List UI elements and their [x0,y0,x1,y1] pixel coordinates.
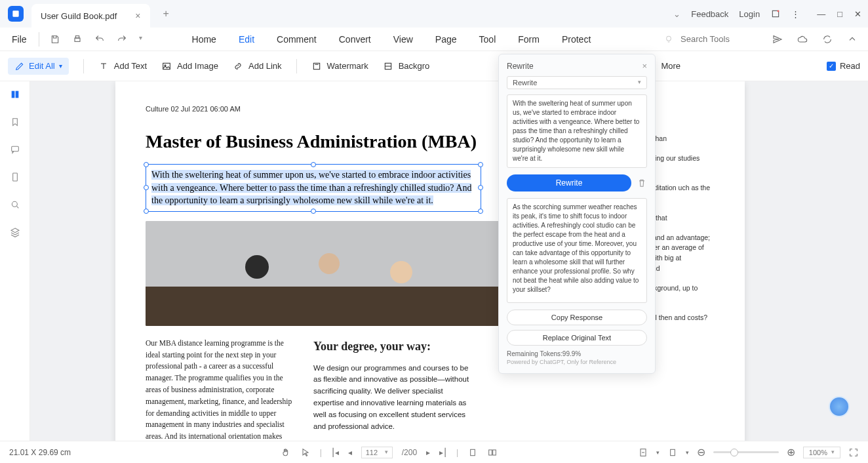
search-tools-input[interactable] [681,34,772,44]
svg-point-2 [778,10,779,12]
rewrite-button[interactable]: Rewrite [507,174,631,191]
meeting-illustration [146,221,505,326]
fit-width-icon[interactable] [638,447,648,458]
tab-title: User Guild Book.pdf [41,11,117,21]
column-right: Your degree, your way: We design our pro… [313,338,475,454]
ai-input-textarea[interactable]: With the sweltering heat of summer upon … [507,94,647,168]
svg-point-20 [390,261,412,283]
tab-page[interactable]: Page [435,34,457,45]
select-tool-icon[interactable] [300,447,311,458]
ai-mode-label: Rewrite [513,79,537,87]
chevron-down-icon[interactable]: ⌄ [673,9,681,19]
next-page-icon[interactable]: ▸ [426,448,430,457]
close-tab-icon[interactable]: × [135,10,140,21]
redo-icon[interactable] [117,34,127,45]
dropdown-icon[interactable]: ▾ [139,34,142,45]
selected-text-box[interactable]: With the sweltering heat of summer upon … [146,164,481,212]
tab-edit[interactable]: Edit [239,34,254,45]
edit-all-label: Edit All [29,61,55,71]
ai-float-button[interactable] [829,396,850,417]
tab-convert[interactable]: Convert [339,34,371,45]
tab-tool[interactable]: Tool [479,34,496,45]
undo-icon[interactable] [94,34,105,45]
add-tab-button[interactable]: + [163,8,169,20]
comment-icon[interactable] [10,144,20,155]
tab-home[interactable]: Home [192,34,216,45]
two-page-icon[interactable] [487,447,498,458]
zoom-slider[interactable] [713,451,779,453]
menu-tabs: Home Edit Comment Convert View Page Tool… [192,34,591,45]
add-link-button[interactable]: Add Link [233,61,282,71]
feedback-link[interactable]: Feedback [691,9,728,19]
ai-output-textarea[interactable]: As the scorching summer weather reaches … [507,198,647,303]
section-heading: Your degree, your way: [313,338,475,356]
svg-point-17 [258,310,269,315]
trash-icon[interactable] [637,178,647,188]
svg-point-14 [12,201,17,207]
svg-rect-8 [313,63,319,69]
tab-view[interactable]: View [393,34,413,45]
checkbox-icon: ✓ [827,62,836,71]
login-link[interactable]: Login [739,9,760,19]
svg-rect-13 [12,173,17,181]
zoom-level-select[interactable]: 100%▾ [803,447,840,458]
attachment-icon[interactable] [10,172,20,182]
copy-response-button[interactable]: Copy Response [507,310,647,325]
tab-comment[interactable]: Comment [277,34,317,45]
link-icon [233,61,243,71]
edit-all-button[interactable]: Edit All ▾ [8,58,69,75]
first-page-icon[interactable]: ⎮◂ [331,448,339,457]
fullscreen-icon[interactable] [848,447,859,458]
file-menu[interactable]: File [0,32,39,47]
search-icon[interactable] [10,199,20,210]
cloud-icon[interactable] [797,34,808,45]
svg-rect-22 [471,449,475,455]
separator [296,59,297,73]
print-icon[interactable] [72,34,83,45]
ai-mode-select[interactable]: Rewrite ▾ [507,76,647,89]
save-icon[interactable] [50,34,60,45]
background-button[interactable]: Backgro [383,61,430,71]
single-page-icon[interactable] [467,447,478,458]
watermark-button[interactable]: Watermark [311,61,368,71]
page-total: /200 [402,448,417,457]
minimize-icon[interactable]: ― [817,9,825,19]
thumbnails-icon[interactable] [10,89,20,100]
sync-icon[interactable] [822,34,833,45]
collapse-icon[interactable] [847,34,858,45]
maximize-icon[interactable]: □ [837,9,842,19]
selected-text[interactable]: With the sweltering heat of summer upon … [151,170,471,205]
close-panel-icon[interactable]: × [642,61,647,71]
svg-rect-0 [12,10,18,16]
close-window-icon[interactable]: ✕ [854,9,861,19]
lightbulb-icon[interactable] [663,34,674,45]
more-menu-icon[interactable]: ⋮ [791,9,800,19]
hand-tool-icon[interactable] [281,447,291,458]
prev-page-icon[interactable]: ◂ [348,448,352,457]
main-area: ▸ ? Culture 02 Jul 2021 06:00 AM Master … [0,81,868,463]
fit-page-icon[interactable] [667,447,678,458]
pencil-icon [14,61,25,71]
svg-rect-15 [146,221,505,326]
add-text-button[interactable]: Add Text [98,61,147,71]
tab-protect[interactable]: Protect [562,34,591,45]
zoom-out-icon[interactable]: ⊖ [697,446,705,458]
document-tab[interactable]: User Guild Book.pdf × [31,4,150,28]
svg-rect-4 [75,35,79,37]
read-mode-toggle[interactable]: ✓ Read [827,61,860,71]
column-left: Our MBA distance learning programme is t… [146,338,295,454]
send-icon[interactable] [772,34,783,45]
column-right-text: We design our programmes and courses to … [313,363,475,433]
svg-point-19 [319,253,340,274]
bookmark-icon[interactable] [10,117,20,127]
layers-icon[interactable] [10,227,20,237]
page-number-input[interactable]: 112▾ [361,447,393,458]
zoom-in-icon[interactable]: ⊕ [787,446,795,458]
notification-icon[interactable] [770,9,781,19]
add-image-button[interactable]: Add Image [161,61,218,71]
replace-original-button[interactable]: Replace Original Text [507,330,647,346]
last-page-icon[interactable]: ▸⎮ [439,448,447,457]
chevron-down-icon: ▾ [638,79,641,87]
document-canvas[interactable]: Culture 02 Jul 2021 06:00 AM Master of B… [30,81,868,463]
tab-form[interactable]: Form [518,34,540,45]
